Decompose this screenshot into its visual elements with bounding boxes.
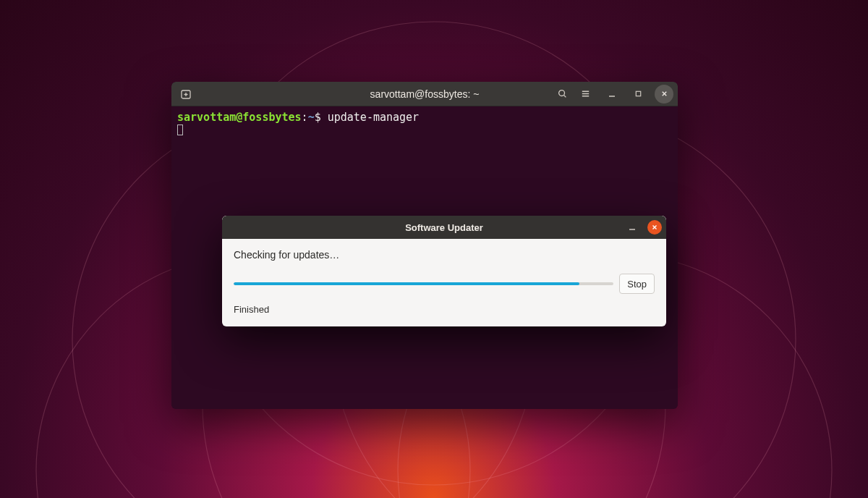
stop-button[interactable]: Stop [619,274,655,294]
updater-close-button[interactable] [647,220,662,235]
svg-rect-15 [636,91,640,96]
updater-minimize-button[interactable] [624,219,640,235]
terminal-cursor-line [177,124,672,138]
software-updater-window: Software Updater Checking for updates… S… [222,216,666,326]
prompt-at: @ [236,111,242,124]
prompt-symbol: $ [315,111,321,124]
terminal-body[interactable]: sarvottam@fossbytes:~$ update-manager [171,106,678,143]
progress-fill [234,282,579,285]
close-icon [660,90,668,98]
updater-title: Software Updater [222,222,666,233]
updater-heading: Checking for updates… [234,249,655,261]
prompt-separator: : [302,111,308,124]
search-button[interactable] [552,85,572,104]
new-tab-icon [180,88,192,100]
cursor [177,124,183,135]
updater-body: Checking for updates… Stop Finished [222,239,666,326]
new-tab-button[interactable] [176,85,196,104]
minimize-button[interactable] [603,85,621,104]
svg-line-10 [563,96,566,98]
terminal-titlebar[interactable]: sarvottam@fossbytes: ~ [171,82,678,106]
prompt-path: ~ [308,111,315,124]
prompt-host: fossbytes [242,111,301,124]
menu-button[interactable] [575,85,595,104]
hamburger-icon [580,88,591,99]
search-icon [557,88,568,99]
maximize-icon [634,90,642,98]
close-button[interactable] [655,85,673,104]
minimize-icon [608,90,616,98]
terminal-command: update-manager [328,111,419,124]
updater-status: Finished [234,304,655,315]
svg-point-9 [558,90,564,96]
minimize-icon [628,223,637,232]
prompt-user: sarvottam [177,111,236,124]
updater-titlebar[interactable]: Software Updater [222,216,666,239]
terminal-line: sarvottam@fossbytes:~$ update-manager [177,111,672,124]
maximize-button[interactable] [629,85,647,104]
progress-bar [234,282,613,285]
close-icon [651,224,658,231]
